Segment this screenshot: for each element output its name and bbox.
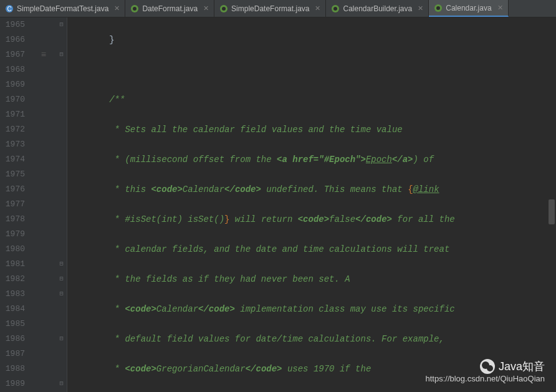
bookmark-icon <box>31 17 56 32</box>
close-icon[interactable]: ✕ <box>418 4 423 12</box>
svg-point-7 <box>333 7 337 11</box>
fold-marker <box>56 92 67 107</box>
bookmark-icon <box>31 361 56 376</box>
fold-marker <box>56 122 67 137</box>
line-number: 1973 <box>0 137 25 152</box>
bookmark-icon <box>31 347 56 361</box>
tab-calendarbuilder[interactable]: CalendarBuilder.java ✕ <box>326 0 429 17</box>
bookmark-icon <box>31 152 56 167</box>
tab-label: Calendar.java <box>446 4 491 12</box>
line-number: 1972 <box>0 122 25 137</box>
bookmark-icon <box>31 317 56 332</box>
bookmark-icon <box>31 167 56 182</box>
fold-marker <box>56 197 67 212</box>
fold-marker <box>56 347 67 361</box>
bookmark-icon <box>31 122 56 137</box>
line-number: 1977 <box>0 197 25 212</box>
fold-marker <box>56 62 67 77</box>
tab-label: CalendarBuilder.java <box>343 4 412 13</box>
fold-marker[interactable]: ⊟ <box>56 257 67 272</box>
fold-marker <box>56 317 67 332</box>
line-number: 1980 <box>0 242 25 257</box>
bookmark-icon <box>31 92 56 107</box>
bookmark-icon <box>31 376 56 391</box>
line-number: 1968 <box>0 62 25 77</box>
java-icon <box>219 4 228 13</box>
close-icon[interactable]: ✕ <box>315 4 320 12</box>
tab-label: SimpleDateFormat.java <box>231 4 309 13</box>
javadoc-start: /** <box>109 95 125 105</box>
code-editor[interactable]: 1965196619671968196919701971197219731974… <box>0 17 556 392</box>
bookmark-icon <box>31 77 56 92</box>
line-number: 1985 <box>0 317 25 332</box>
code-area[interactable]: } /** * Sets all the calendar field valu… <box>67 17 556 392</box>
bookmark-icon <box>31 32 56 47</box>
line-number: 1982 <box>0 272 25 287</box>
svg-point-5 <box>222 7 226 11</box>
svg-point-9 <box>436 6 440 10</box>
svg-point-3 <box>133 7 137 11</box>
java-icon <box>130 4 139 13</box>
line-number: 1988 <box>0 361 25 376</box>
fold-marker[interactable]: ⊟ <box>56 272 67 287</box>
code-text: } <box>67 35 115 45</box>
line-number: 1974 <box>0 152 25 167</box>
line-number: 1975 <box>0 167 25 182</box>
line-number: 1966 <box>0 32 25 47</box>
close-icon[interactable]: ✕ <box>114 4 120 12</box>
fold-marker <box>56 361 67 376</box>
fold-marker <box>56 182 67 197</box>
java-icon <box>434 4 443 12</box>
close-icon[interactable]: ✕ <box>497 4 503 12</box>
vertical-scrollbar[interactable] <box>549 25 555 387</box>
fold-marker[interactable]: ⊟ <box>56 17 67 32</box>
java-icon <box>331 4 340 13</box>
bookmark-icon <box>31 332 56 347</box>
line-number: 1979 <box>0 227 25 242</box>
scroll-thumb[interactable] <box>549 199 555 224</box>
fold-marker <box>56 77 67 92</box>
fold-marker <box>56 302 67 317</box>
fold-marker[interactable]: ⊟ <box>56 332 67 347</box>
bookmark-icon <box>31 302 56 317</box>
fold-marker <box>56 227 67 242</box>
fold-marker <box>56 212 67 227</box>
line-number: 1976 <box>0 182 25 197</box>
fold-column[interactable]: ⊟⊟⊟⊟⊟⊟⊟ <box>56 17 67 392</box>
class-icon: C <box>5 4 14 13</box>
line-number: 1969 <box>0 77 25 92</box>
line-number: 1983 <box>0 287 25 302</box>
fold-marker <box>56 32 67 47</box>
fold-marker <box>56 107 67 122</box>
bookmark-icon <box>31 212 56 227</box>
line-number: 1989 <box>0 376 25 391</box>
line-number: 1978 <box>0 212 25 227</box>
line-number: 1970 <box>0 92 25 107</box>
tab-calendar[interactable]: Calendar.java ✕ <box>429 0 508 17</box>
line-number: 1971 <box>0 107 25 122</box>
close-icon[interactable]: ✕ <box>203 4 209 12</box>
bookmark-icon <box>31 272 56 287</box>
bookmark-column: ≡ <box>31 17 56 392</box>
fold-marker <box>56 167 67 182</box>
bookmark-icon <box>31 197 56 212</box>
bookmark-icon <box>31 227 56 242</box>
fold-marker <box>56 137 67 152</box>
bookmark-icon <box>31 182 56 197</box>
tab-simpledateformat[interactable]: SimpleDateFormat.java ✕ <box>214 0 326 17</box>
fold-marker <box>56 152 67 167</box>
line-number: 1984 <box>0 302 25 317</box>
fold-marker[interactable]: ⊟ <box>56 376 67 391</box>
fold-marker <box>56 242 67 257</box>
tab-dateformat[interactable]: DateFormat.java ✕ <box>125 0 214 17</box>
editor-tabbar: C SimpleDateFormatTest.java ✕ DateFormat… <box>0 0 556 17</box>
line-number: 1965 <box>0 17 25 32</box>
fold-marker[interactable]: ⊟ <box>56 287 67 302</box>
bookmark-icon: ≡ <box>31 47 56 62</box>
bookmark-icon <box>31 257 56 272</box>
line-number: 1981 <box>0 257 25 272</box>
tab-label: SimpleDateFormatTest.java <box>17 4 108 13</box>
fold-marker[interactable]: ⊟ <box>56 47 67 62</box>
tab-simpledateformattest[interactable]: C SimpleDateFormatTest.java ✕ <box>0 0 125 17</box>
bookmark-icon <box>31 137 56 152</box>
